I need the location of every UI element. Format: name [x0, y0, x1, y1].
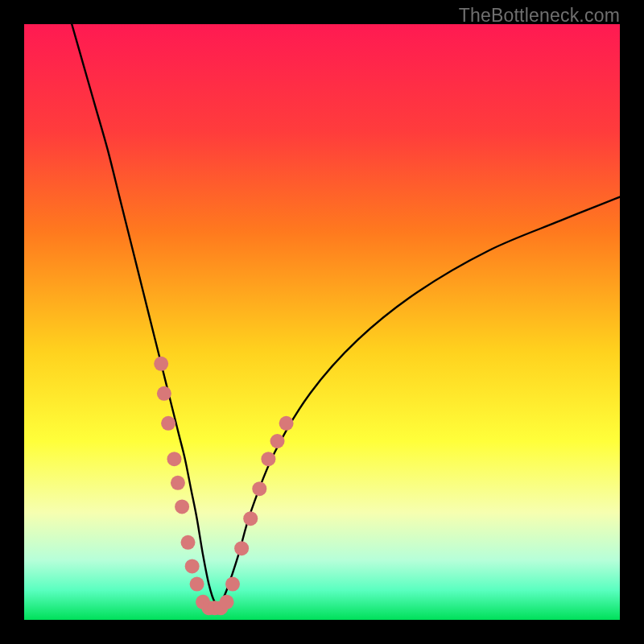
- marker-dot: [161, 416, 175, 431]
- chart-background: [24, 24, 620, 620]
- marker-dot: [270, 434, 285, 448]
- marker-dot: [261, 452, 275, 466]
- marker-dot: [154, 357, 168, 371]
- marker-dot: [220, 595, 234, 609]
- marker-dot: [279, 416, 294, 431]
- plot-area: [24, 24, 620, 620]
- marker-dot: [171, 476, 185, 490]
- marker-dot: [185, 559, 200, 573]
- marker-dot: [157, 386, 171, 401]
- marker-dot: [181, 535, 196, 550]
- marker-dot: [190, 577, 204, 592]
- chart-frame: TheBottleneck.com: [0, 0, 644, 644]
- marker-dot: [252, 481, 266, 496]
- watermark-text: TheBottleneck.com: [459, 5, 620, 27]
- marker-dot: [175, 499, 189, 514]
- marker-dot: [225, 577, 240, 592]
- marker-dot: [234, 541, 249, 555]
- marker-dot: [243, 511, 258, 526]
- chart-svg: [24, 24, 620, 620]
- marker-dot: [167, 452, 181, 466]
